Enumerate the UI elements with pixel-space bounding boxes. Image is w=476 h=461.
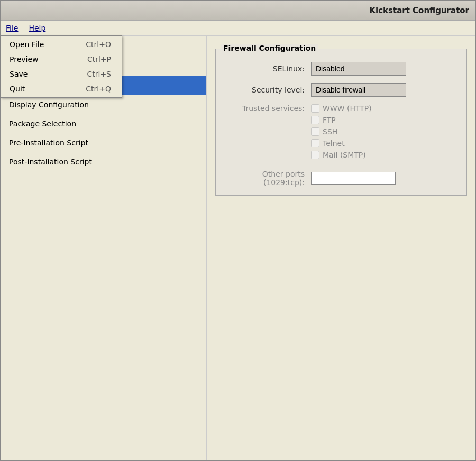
- selinux-label: SELinux:: [226, 64, 311, 73]
- sidebar-item-package-selection[interactable]: Package Selection: [1, 114, 206, 133]
- trusted-services-checkboxes: WWW (HTTP) FTP SSH Telnet: [311, 104, 372, 162]
- menu-open-file[interactable]: Open File Ctrl+O: [1, 37, 122, 52]
- firewall-config-section: Firewall Configuration SELinux: Disabled…: [215, 49, 467, 196]
- preview-shortcut: Ctrl+P: [87, 55, 111, 63]
- cb-www: WWW (HTTP): [311, 104, 372, 113]
- selinux-select[interactable]: Disabled: [311, 62, 406, 76]
- security-level-label: Security level:: [226, 86, 311, 94]
- quit-shortcut: Ctrl+Q: [86, 85, 111, 93]
- other-ports-input[interactable]: [311, 172, 396, 185]
- other-ports-row: Other ports (1029:tcp):: [226, 170, 456, 187]
- title-bar: Kickstart Configurator: [1, 1, 475, 21]
- cb-www-label: WWW (HTTP): [323, 104, 372, 113]
- cb-ftp: FTP: [311, 116, 372, 124]
- main-content-area: Firewall Configuration SELinux: Disabled…: [207, 36, 475, 460]
- menu-bar: File Help Open File Ctrl+O Preview Ctrl+…: [1, 21, 475, 36]
- file-dropdown-menu: Open File Ctrl+O Preview Ctrl+P Save Ctr…: [1, 35, 122, 98]
- cb-ssh: SSH: [311, 127, 372, 136]
- sidebar-item-display-config[interactable]: Display Configuration: [1, 95, 206, 114]
- preview-label: Preview: [10, 55, 39, 63]
- content-area: Network Configuration Authentication Fir…: [1, 36, 475, 460]
- menu-help[interactable]: Help: [23, 22, 51, 34]
- quit-label: Quit: [10, 85, 25, 93]
- cb-ftp-label: FTP: [323, 116, 336, 124]
- cb-www-input[interactable]: [311, 104, 319, 113]
- cb-telnet: Telnet: [311, 139, 372, 147]
- open-file-shortcut: Ctrl+O: [86, 40, 111, 49]
- open-file-label: Open File: [10, 40, 44, 49]
- security-level-row: Security level: Disable firewall: [226, 83, 456, 97]
- menu-save[interactable]: Save Ctrl+S: [1, 67, 122, 81]
- cb-ssh-input[interactable]: [311, 127, 319, 136]
- sidebar: Network Configuration Authentication Fir…: [1, 36, 207, 460]
- cb-ftp-input[interactable]: [311, 116, 319, 124]
- cb-telnet-label: Telnet: [323, 139, 345, 147]
- menu-quit[interactable]: Quit Ctrl+Q: [1, 81, 122, 96]
- menu-preview[interactable]: Preview Ctrl+P: [1, 52, 122, 67]
- sidebar-item-pre-install[interactable]: Pre-Installation Script: [1, 133, 206, 152]
- save-label: Save: [10, 70, 28, 78]
- trusted-services-block: Trusted services: WWW (HTTP) FTP SSH: [226, 104, 456, 162]
- cb-mail-input[interactable]: [311, 151, 319, 159]
- section-title: Firewall Configuration: [221, 44, 318, 52]
- other-ports-label: Other ports (1029:tcp):: [226, 170, 311, 187]
- cb-telnet-input[interactable]: [311, 139, 319, 147]
- main-window: Kickstart Configurator File Help Open Fi…: [0, 0, 476, 461]
- cb-ssh-label: SSH: [323, 127, 337, 136]
- cb-mail-label: Mail (SMTP): [323, 151, 366, 159]
- window-title: Kickstart Configurator: [369, 6, 469, 15]
- trusted-services-label: Trusted services:: [226, 104, 311, 162]
- cb-mail: Mail (SMTP): [311, 151, 372, 159]
- security-level-select[interactable]: Disable firewall: [311, 83, 406, 97]
- menu-file[interactable]: File: [1, 22, 23, 34]
- selinux-row: SELinux: Disabled: [226, 62, 456, 76]
- save-shortcut: Ctrl+S: [87, 70, 111, 78]
- sidebar-item-post-install[interactable]: Post-Installation Script: [1, 152, 206, 171]
